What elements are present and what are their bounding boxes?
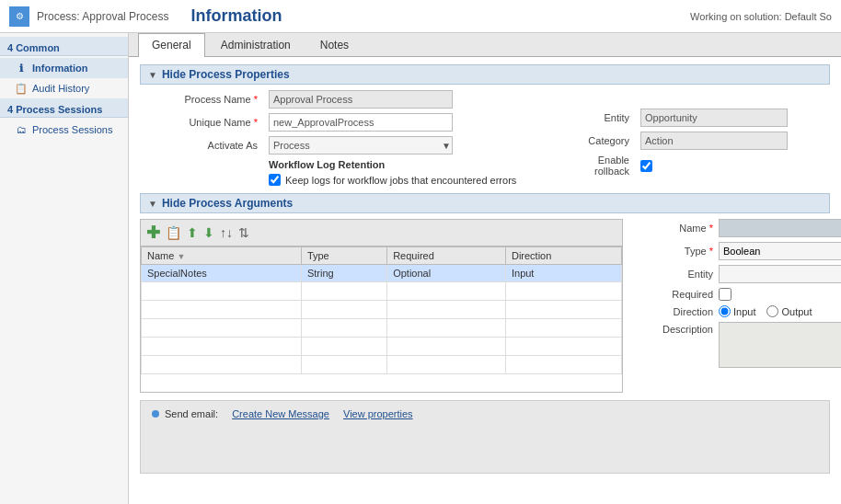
direction-input-label[interactable]: Input [719, 305, 755, 317]
process-title-prefix: Process: Approval Process [37, 10, 168, 23]
steps-area: Send email: Create New Message View prop… [140, 400, 830, 474]
unique-name-row: Unique Name * [140, 113, 536, 132]
detail-required-row: Required [645, 288, 841, 301]
sidebar-item-audit-label: Audit History [32, 83, 89, 94]
detail-entity-label: Entity [645, 269, 719, 280]
tab-general[interactable]: General [138, 33, 205, 57]
detail-entity-row: Entity ▼ [645, 265, 841, 283]
args-table: Name ▼ Type Required Direction [141, 246, 622, 374]
cell-name: SpecialNotes [142, 265, 302, 282]
process-name-row: Process Name * [140, 90, 536, 109]
detail-panel: Name Type Boolean ▼ [630, 219, 841, 393]
entity-input [640, 109, 788, 127]
enable-rollback-row: Enable rollback [561, 155, 830, 177]
detail-description-row: Description [645, 322, 841, 368]
main-layout: 4 Common ℹ Information 📋 Audit History 4… [0, 33, 841, 504]
workflow-log-label: Workflow Log Retention [269, 159, 532, 170]
toolbar-copy-btn[interactable]: 📋 [166, 225, 181, 240]
table-row[interactable]: SpecialNotes String Optional Input [142, 265, 622, 282]
cell-direction: Input [505, 265, 621, 282]
direction-input-radio[interactable] [719, 305, 731, 317]
detail-description-label: Description [645, 322, 719, 335]
spacer1 [561, 90, 830, 109]
detail-direction-row: Direction Input Output [645, 305, 841, 317]
col-type[interactable]: Type [301, 247, 386, 265]
step-view-properties-1[interactable]: View properties [343, 408, 413, 419]
top-bar: ⚙ Process: Approval Process Information … [0, 0, 841, 33]
detail-type-row: Type Boolean ▼ [645, 242, 841, 260]
sidebar-item-audit-history[interactable]: 📋 Audit History [0, 78, 128, 98]
process-prefix: Process: [37, 10, 80, 23]
detail-name-label: Name [645, 223, 719, 234]
section-title-arguments: Hide Process Arguments [162, 197, 293, 210]
toolbar-down-btn[interactable]: ⬇ [203, 225, 214, 240]
workflow-log-checkbox[interactable] [269, 174, 281, 186]
col-name[interactable]: Name ▼ [142, 247, 302, 265]
toolbar-sort-desc-btn[interactable]: ⇅ [238, 225, 249, 240]
sidebar-item-process-sessions-label: Process Sessions [32, 124, 112, 135]
section-title-properties: Hide Process Properties [162, 68, 290, 81]
detail-entity-select[interactable] [719, 265, 841, 283]
content-area: General Administration Notes ▼ Hide Proc… [129, 33, 841, 504]
workflow-log-checkbox-label: Keep logs for workflow jobs that encount… [285, 175, 516, 186]
cell-required: Optional [387, 265, 506, 282]
tab-administration[interactable]: Administration [207, 33, 305, 56]
sidebar-section-process-sessions[interactable]: 4 Process Sessions [0, 98, 128, 118]
direction-output-label[interactable]: Output [766, 305, 812, 317]
args-toolbar: ✚ 📋 ⬆ ⬇ ↑↓ ⇅ [140, 219, 623, 246]
sidebar-item-information[interactable]: ℹ Information [0, 58, 128, 78]
col-name-sort: ▼ [177, 252, 185, 261]
section-arrow-properties: ▼ [148, 70, 157, 80]
workflow-log-section: Workflow Log Retention Keep logs for wor… [140, 159, 536, 189]
detail-required-checkbox[interactable] [719, 288, 732, 301]
detail-direction-label: Direction [645, 306, 719, 317]
unique-name-label: Unique Name * [144, 117, 263, 128]
enable-rollback-checkbox[interactable] [640, 160, 652, 172]
detail-entity-select-wrapper: ▼ [719, 265, 841, 283]
table-row-empty4[interactable] [142, 338, 622, 356]
detail-description-textarea[interactable] [719, 322, 841, 368]
step-item-1: Send email: Create New Message View prop… [152, 408, 818, 419]
direction-output-radio[interactable] [766, 305, 778, 317]
detail-type-label: Type [645, 246, 719, 257]
table-row-empty2[interactable] [142, 301, 622, 319]
col-required[interactable]: Required [387, 247, 506, 265]
detail-name-row: Name [645, 219, 841, 237]
section-process-arguments[interactable]: ▼ Hide Process Arguments [140, 193, 830, 213]
arguments-table-panel: ✚ 📋 ⬆ ⬇ ↑↓ ⇅ Name [140, 219, 623, 393]
tab-notes[interactable]: Notes [306, 33, 363, 56]
table-row-empty1[interactable] [142, 282, 622, 301]
table-row-empty3[interactable] [142, 319, 622, 338]
section-process-properties[interactable]: ▼ Hide Process Properties [140, 64, 830, 85]
step-bullet-1 [152, 410, 159, 418]
section-arrow-arguments: ▼ [148, 199, 157, 209]
sidebar-item-information-label: Information [32, 63, 88, 74]
enable-rollback-label: Enable rollback [561, 155, 635, 177]
toolbar-add-btn[interactable]: ✚ [146, 223, 160, 243]
category-input [640, 132, 788, 150]
activate-as-label: Activate As [144, 140, 263, 151]
entity-label: Entity [561, 112, 635, 123]
properties-panel: Process Name * Unique Name * Activate As [140, 90, 830, 189]
detail-type-select[interactable]: Boolean [719, 242, 841, 260]
detail-name-input[interactable] [719, 219, 841, 237]
left-form: Process Name * Unique Name * Activate As [140, 90, 536, 189]
activate-as-select-wrapper: Process ▼ [269, 136, 453, 155]
table-row-empty5[interactable] [142, 356, 622, 374]
unique-name-input[interactable] [269, 113, 453, 132]
sidebar: 4 Common ℹ Information 📋 Audit History 4… [0, 33, 129, 504]
detail-direction-radio-group: Input Output [719, 305, 812, 317]
form-content: ▼ Hide Process Properties Process Name * [129, 57, 841, 485]
step-link-1[interactable]: Create New Message [232, 408, 329, 419]
detail-type-select-wrapper: Boolean ▼ [719, 242, 841, 260]
category-row: Category [561, 132, 830, 150]
toolbar-sort-asc-btn[interactable]: ↑↓ [220, 225, 233, 240]
sidebar-item-process-sessions[interactable]: 🗂 Process Sessions [0, 120, 128, 140]
sidebar-section-common[interactable]: 4 Common [0, 37, 128, 56]
col-direction[interactable]: Direction [505, 247, 621, 265]
detail-required-label: Required [645, 289, 719, 300]
arguments-panel: ✚ 📋 ⬆ ⬇ ↑↓ ⇅ Name [140, 219, 830, 393]
activate-as-select[interactable]: Process [269, 136, 453, 155]
process-name-input[interactable] [269, 90, 453, 109]
toolbar-up-btn[interactable]: ⬆ [187, 225, 198, 240]
